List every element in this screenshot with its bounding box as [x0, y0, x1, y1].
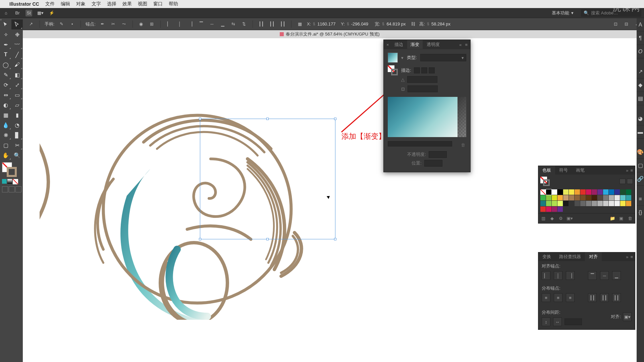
align-to-icon[interactable]: ⊡	[612, 20, 619, 28]
links-panel-icon[interactable]: 🔗	[637, 172, 644, 186]
new-folder-icon[interactable]: 📁	[609, 216, 615, 222]
swatch-color[interactable]	[575, 189, 580, 195]
y-value[interactable]: -296.049	[351, 21, 371, 26]
gradient-swatch[interactable]	[7, 179, 12, 184]
gradient-tool[interactable]: ▮	[11, 110, 23, 120]
swatch-color[interactable]	[592, 195, 597, 200]
home-icon[interactable]: ⌂	[3, 10, 9, 16]
swatch-color[interactable]	[540, 195, 546, 200]
color-swatch[interactable]	[2, 179, 7, 184]
arrange-docs-icon[interactable]: ▦▾	[37, 10, 44, 16]
asset-panel-icon[interactable]: ▤	[637, 92, 644, 105]
symbol-sprayer-tool[interactable]: ❋	[0, 130, 11, 140]
swatch-color[interactable]	[603, 189, 608, 195]
swatch-color[interactable]	[580, 189, 586, 195]
swatch-color[interactable]	[557, 195, 563, 200]
fill-stroke-indicator[interactable]	[0, 162, 23, 177]
blend-tool[interactable]: ◔	[11, 120, 23, 130]
swatch-color[interactable]	[609, 195, 614, 200]
scale-tool[interactable]: ⤢	[11, 80, 23, 90]
resize-handle-se[interactable]	[334, 238, 336, 240]
gpu-icon[interactable]: ⚡	[48, 10, 55, 16]
pen-tool[interactable]: ✒	[0, 40, 11, 50]
swatch-color[interactable]	[540, 206, 546, 212]
export-panel-icon[interactable]: ↗	[637, 65, 644, 78]
swatch-color[interactable]	[575, 195, 580, 200]
swatch-color[interactable]	[614, 195, 620, 200]
swatch-color[interactable]	[557, 206, 563, 212]
swatch-color[interactable]	[569, 201, 574, 206]
swatch-color[interactable]	[620, 201, 626, 206]
link-wh-icon[interactable]: ⛓	[410, 21, 416, 27]
menu-view[interactable]: 视图	[138, 1, 147, 7]
swatch-color[interactable]	[586, 201, 591, 206]
isolate-icon[interactable]: ◉	[138, 20, 145, 28]
dist-spacing-input[interactable]	[565, 318, 582, 325]
swatch-color[interactable]	[603, 201, 608, 206]
trash-icon[interactable]: 🗑	[461, 142, 466, 148]
dist-v-icon[interactable]: ⇅	[240, 20, 248, 28]
swatch-color[interactable]	[597, 201, 603, 206]
gradient-panel[interactable]: × 描边 渐变 透明度 « ≡ ▾ 类型: ▾ 描边:	[383, 40, 471, 172]
stepper-icon[interactable]: ⥮	[426, 21, 430, 26]
align-right-icon[interactable]: ▕	[187, 20, 194, 28]
swatch-color[interactable]	[569, 189, 574, 195]
gradient-position-input[interactable]	[424, 160, 442, 167]
swatch-kind-icon[interactable]: ◆	[549, 216, 555, 222]
panel-menu-icon[interactable]: ≡	[630, 168, 633, 173]
gradient-angle-input[interactable]	[407, 76, 437, 83]
zoom-tool[interactable]: 🔍	[11, 150, 23, 160]
lasso-tool[interactable]: ❉	[11, 29, 23, 40]
eraser-tool[interactable]: ◧	[11, 70, 23, 80]
ellipse-tool[interactable]: ◯	[0, 60, 11, 70]
dist-hcenter-btn[interactable]: ┃┃	[600, 293, 609, 302]
stroke-along-icon[interactable]	[421, 67, 427, 73]
graph-tool[interactable]: ▊	[11, 130, 23, 140]
shaper-tool[interactable]: ✎	[0, 70, 11, 80]
workspace-switcher[interactable]: 基本功能 ▾	[549, 9, 576, 17]
panel-collapse-icon[interactable]: »	[626, 254, 628, 259]
swatch-color[interactable]	[552, 195, 557, 200]
magic-wand-tool[interactable]: ✧	[0, 29, 11, 40]
align-pixel-icon[interactable]: ⊞	[148, 20, 156, 28]
none-swatch[interactable]	[13, 179, 18, 184]
swatch-color[interactable]	[563, 195, 569, 200]
perspective-tool[interactable]: ▱	[11, 100, 23, 110]
resize-handle-sw[interactable]	[199, 238, 201, 240]
selection-bounding-box[interactable]	[200, 119, 335, 239]
gradient-fill-stroke[interactable]	[388, 65, 398, 75]
swatch-color[interactable]	[580, 195, 586, 200]
swatch-color[interactable]	[552, 201, 557, 206]
dist-vcenter-btn[interactable]: ≡	[554, 293, 562, 302]
mesh-tool[interactable]: ▦	[0, 110, 11, 120]
gradient-aspect-input[interactable]	[408, 85, 438, 92]
tab-gradient[interactable]: 渐变	[407, 40, 423, 49]
swatch-color[interactable]	[546, 195, 551, 200]
panel-collapse-icon[interactable]: «	[458, 42, 463, 47]
stroke-panel-icon[interactable]: ≡	[637, 192, 644, 206]
new-swatch-icon[interactable]: ▣	[618, 216, 624, 222]
glyphs-panel-icon[interactable]: O	[637, 45, 644, 58]
menu-effect[interactable]: 效果	[122, 1, 132, 7]
stepper-icon[interactable]: ⥮	[381, 21, 385, 26]
menu-help[interactable]: 帮助	[169, 1, 178, 7]
swatch-color[interactable]	[614, 189, 620, 195]
type-tool[interactable]: T	[0, 50, 11, 60]
artboards-panel-icon[interactable]: ▢	[637, 159, 644, 172]
anchor-join-icon[interactable]: ⤳	[120, 20, 128, 28]
dist-center-icon[interactable]: ┃┃	[268, 20, 276, 28]
ref-point-icon[interactable]: ▦	[296, 20, 304, 28]
curvature-tool[interactable]: 〰	[11, 40, 23, 50]
slice-tool[interactable]: ✂	[11, 140, 23, 150]
dist-right-icon[interactable]: ┃┃	[279, 20, 286, 28]
align-vcenter-btn[interactable]: ─	[600, 271, 609, 280]
draw-behind[interactable]	[9, 186, 15, 192]
search-input[interactable]: 🔍 搜索 Adobe…	[581, 9, 641, 17]
bridge-icon[interactable]: Br	[14, 10, 21, 16]
shape-builder-tool[interactable]: ◐	[0, 100, 11, 110]
align-to-selection-btn[interactable]: ▣▾	[623, 312, 632, 321]
align-hcenter-icon[interactable]: │	[176, 20, 183, 28]
handle-edit-icon[interactable]: ✎	[58, 20, 65, 28]
delete-swatch-icon[interactable]: 🗑	[627, 216, 633, 222]
dist-top-btn[interactable]: ≡	[542, 293, 550, 302]
